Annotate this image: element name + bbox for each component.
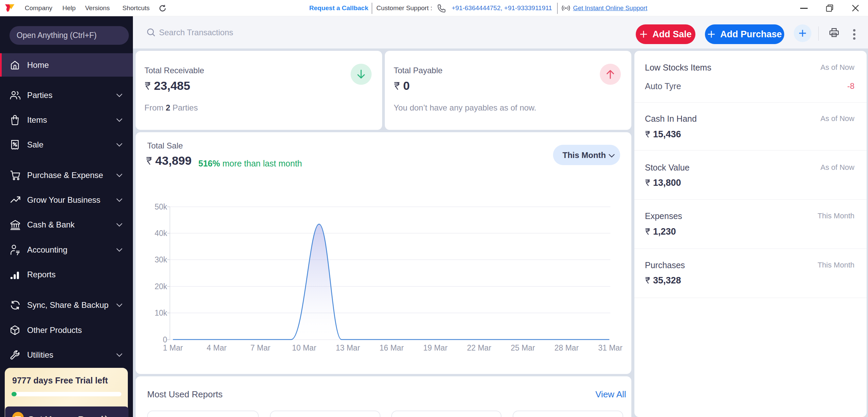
svg-text:50k: 50k: [155, 202, 167, 211]
svg-text:7 Mar: 7 Mar: [251, 343, 271, 352]
svg-text:10k: 10k: [155, 309, 167, 317]
svg-text:1 Mar: 1 Mar: [163, 343, 183, 352]
svg-text:19 Mar: 19 Mar: [423, 343, 448, 352]
svg-text:25 Mar: 25 Mar: [511, 343, 535, 352]
svg-text:4 Mar: 4 Mar: [207, 343, 227, 352]
svg-text:10 Mar: 10 Mar: [292, 343, 316, 352]
svg-text:13 Mar: 13 Mar: [336, 343, 360, 352]
svg-text:0: 0: [163, 335, 167, 344]
svg-text:31 Mar: 31 Mar: [598, 343, 623, 352]
svg-text:40k: 40k: [155, 229, 167, 238]
svg-text:30k: 30k: [155, 255, 167, 264]
svg-text:28 Mar: 28 Mar: [554, 343, 579, 352]
svg-text:22 Mar: 22 Mar: [467, 343, 491, 352]
svg-text:20k: 20k: [155, 282, 167, 291]
svg-text:16 Mar: 16 Mar: [379, 343, 404, 352]
